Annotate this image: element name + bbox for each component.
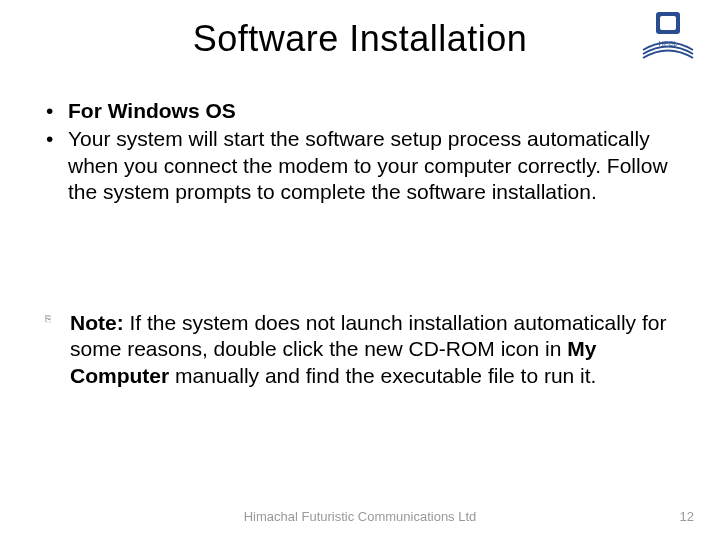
page-number: 12 bbox=[680, 509, 694, 524]
content-area: For Windows OS Your system will start th… bbox=[40, 98, 680, 207]
bullet-text: For Windows OS bbox=[68, 99, 236, 122]
bullet-text: Your system will start the software setu… bbox=[68, 127, 668, 203]
slide: HFCL Software Installation For Windows O… bbox=[0, 0, 720, 540]
note-label: Note: bbox=[70, 311, 124, 334]
bullet-item: Your system will start the software setu… bbox=[40, 126, 680, 205]
note-block: ⎘ Note: If the system does not launch in… bbox=[40, 310, 680, 389]
bullet-list: For Windows OS Your system will start th… bbox=[40, 98, 680, 205]
bullet-item: For Windows OS bbox=[40, 98, 680, 124]
note-icon: ⎘ bbox=[40, 314, 56, 324]
note-text: Note: If the system does not launch inst… bbox=[70, 310, 680, 389]
slide-title: Software Installation bbox=[0, 18, 720, 60]
footer-text: Himachal Futuristic Communications Ltd bbox=[0, 509, 720, 524]
note-post: manually and find the executable file to… bbox=[169, 364, 596, 387]
